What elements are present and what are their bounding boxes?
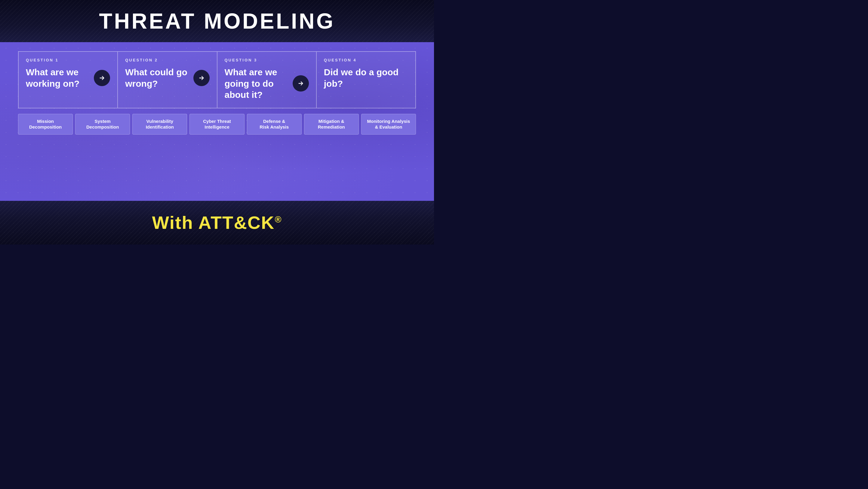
arrow-right-icon-1	[99, 75, 105, 81]
question-block-3: QUESTION 3 What are we going to do about…	[217, 51, 316, 108]
arrow-circle-2	[193, 70, 210, 86]
question-label-2: QUESTION 2	[125, 58, 209, 62]
arrow-circle-3	[292, 75, 309, 91]
tag-defense-risk-analysis: Defense &Risk Analysis	[247, 114, 302, 135]
question-block-2: QUESTION 2 What could go wrong?	[117, 51, 217, 108]
tag-monitoring-analysis-evaluation: Monitoring Analysis& Evaluation	[361, 114, 416, 135]
question-label-4: QUESTION 4	[324, 58, 408, 62]
question-content-4: Did we do a good job?	[324, 66, 408, 89]
tag-mitigation-remediation: Mitigation &Remediation	[304, 114, 359, 135]
footer-section: With ATT&CK®	[0, 201, 434, 244]
tag-cyber-threat-intelligence: Cyber ThreatIntelligence	[189, 114, 244, 135]
question-text-3: What are we going to do about it?	[225, 66, 289, 100]
footer-text: With ATT&CK®	[152, 212, 282, 233]
header-section: THREAT MODELING	[0, 0, 434, 42]
question-text-1: What are we working on?	[26, 66, 90, 89]
question-block-4: QUESTION 4 Did we do a good job?	[316, 51, 416, 108]
middle-section: QUESTION 1 What are we working on? QUEST…	[0, 42, 434, 201]
arrow-circle-1	[94, 70, 110, 86]
arrow-right-icon-3	[298, 80, 304, 87]
question-content-1: What are we working on?	[26, 66, 110, 89]
question-content-3: What are we going to do about it?	[225, 66, 309, 100]
tag-vulnerability-identification: VulnerabilityIdentification	[132, 114, 187, 135]
tag-mission-decomposition: MissionDecomposition	[18, 114, 73, 135]
registered-symbol: ®	[275, 214, 282, 224]
tag-system-decomposition: SystemDecomposition	[75, 114, 130, 135]
questions-wrapper: QUESTION 1 What are we working on? QUEST…	[0, 42, 434, 108]
question-text-4: Did we do a good job?	[324, 66, 408, 89]
question-text-2: What could go wrong?	[125, 66, 189, 89]
question-label-1: QUESTION 1	[26, 58, 110, 62]
arrow-right-icon-2	[198, 75, 205, 81]
question-content-2: What could go wrong?	[125, 66, 209, 89]
tags-wrapper: MissionDecomposition SystemDecomposition…	[0, 114, 434, 135]
question-label-3: QUESTION 3	[225, 58, 309, 62]
slide: THREAT MODELING QUESTION 1 What are we w…	[0, 0, 434, 244]
main-title: THREAT MODELING	[99, 9, 335, 33]
question-block-1: QUESTION 1 What are we working on?	[18, 51, 117, 108]
